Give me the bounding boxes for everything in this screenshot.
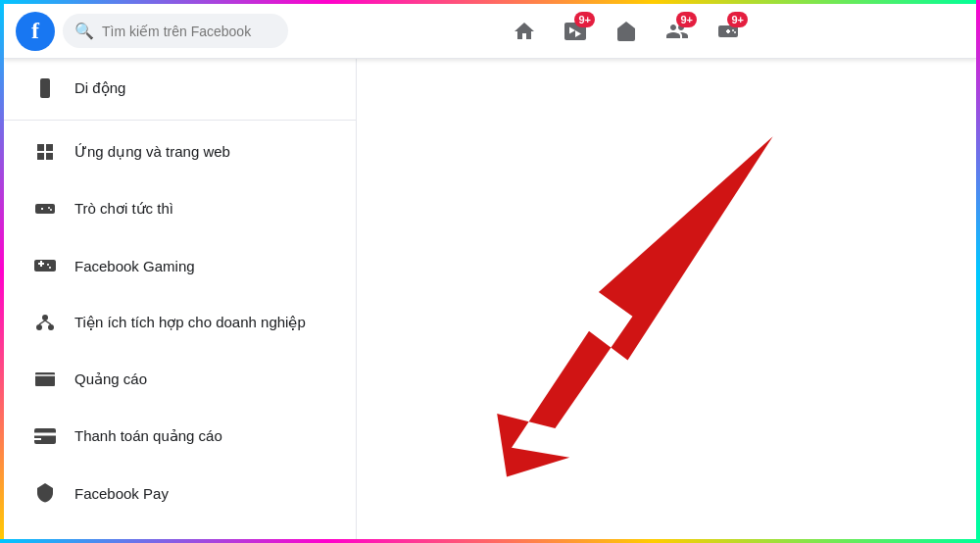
- nav-home-button[interactable]: [501, 8, 548, 55]
- sidebar: Di động Ứng dụng và trang web Trò chơi t…: [4, 59, 357, 539]
- svg-line-14: [45, 321, 51, 324]
- svg-point-12: [48, 324, 54, 330]
- svg-point-10: [42, 315, 48, 321]
- navbar: f 🔍 9+: [4, 4, 976, 59]
- sidebar-item-tien-ich[interactable]: Tiện ích tích hợp cho doanh nghiệp: [12, 295, 348, 350]
- thanh-toan-icon: [27, 419, 63, 454]
- svg-line-13: [39, 321, 45, 324]
- tien-ich-icon: [27, 305, 63, 340]
- search-input[interactable]: [102, 24, 276, 39]
- facebook-logo[interactable]: f: [16, 12, 55, 51]
- svg-rect-15: [35, 372, 55, 386]
- sidebar-item-tro-choi[interactable]: Trò chơi tức thì: [12, 181, 348, 236]
- sidebar-item-facebook-pay-label: Facebook Pay: [74, 485, 169, 502]
- sidebar-item-tien-ich-label: Tiện ích tích hợp cho doanh nghiệp: [74, 314, 306, 331]
- svg-point-4: [734, 31, 736, 33]
- svg-point-8: [48, 207, 50, 209]
- sidebar-item-quang-cao-label: Quảng cáo: [74, 370, 147, 388]
- navbar-center: 9+ 9+ 9+: [288, 8, 964, 55]
- sidebar-item-tro-choi-label: Trò chơi tức thì: [74, 200, 173, 218]
- tro-choi-icon: [27, 191, 63, 226]
- svg-point-11: [36, 324, 42, 330]
- facebook-gaming-icon: [27, 248, 63, 283]
- search-box[interactable]: 🔍: [63, 14, 288, 48]
- quang-cao-icon: [27, 362, 63, 397]
- sidebar-item-thanh-toan-label: Thanh toán quảng cáo: [74, 427, 222, 445]
- main-content: [357, 59, 976, 539]
- nav-groups-button[interactable]: 9+: [654, 8, 701, 55]
- sidebar-item-di-dong[interactable]: Di động: [12, 61, 348, 116]
- svg-marker-24: [497, 136, 772, 476]
- ung-dung-icon: [27, 134, 63, 170]
- sidebar-item-facebook-pay[interactable]: Facebook Pay: [12, 466, 348, 520]
- nav-marketplace-button[interactable]: [603, 8, 650, 55]
- main-layout: Di động Ứng dụng và trang web Trò chơi t…: [4, 59, 976, 539]
- navbar-left: f 🔍: [16, 12, 288, 51]
- sidebar-item-facebook-gaming[interactable]: Facebook Gaming: [12, 238, 348, 293]
- search-icon: 🔍: [74, 22, 94, 40]
- sidebar-item-hop-thu[interactable]: Hộp thư hỗ trợ: [12, 522, 348, 539]
- divider-1: [4, 120, 356, 121]
- di-dong-icon: [27, 71, 63, 106]
- home-icon: [513, 20, 536, 43]
- sidebar-item-ung-dung-label: Ứng dụng và trang web: [74, 143, 230, 161]
- svg-rect-5: [40, 78, 50, 98]
- video-badge: 9+: [574, 12, 595, 27]
- svg-rect-7: [35, 204, 55, 214]
- facebook-pay-icon: [27, 475, 63, 511]
- groups-badge: 9+: [676, 12, 697, 27]
- sidebar-item-ung-dung[interactable]: Ứng dụng và trang web: [12, 124, 348, 179]
- sidebar-item-quang-cao[interactable]: Quảng cáo: [12, 352, 348, 407]
- sidebar-item-facebook-gaming-label: Facebook Gaming: [74, 258, 195, 274]
- red-arrow-indicator: [357, 59, 976, 539]
- marketplace-icon: [614, 20, 638, 43]
- nav-video-button[interactable]: 9+: [552, 8, 599, 55]
- svg-point-3: [732, 29, 734, 31]
- hop-thu-icon: [27, 532, 63, 539]
- nav-gaming-button[interactable]: 9+: [705, 8, 752, 55]
- sidebar-item-thanh-toan[interactable]: Thanh toán quảng cáo: [12, 409, 348, 464]
- sidebar-item-di-dong-label: Di động: [74, 79, 125, 97]
- gaming-badge: 9+: [727, 12, 748, 27]
- svg-rect-16: [34, 428, 56, 444]
- svg-point-9: [50, 209, 52, 211]
